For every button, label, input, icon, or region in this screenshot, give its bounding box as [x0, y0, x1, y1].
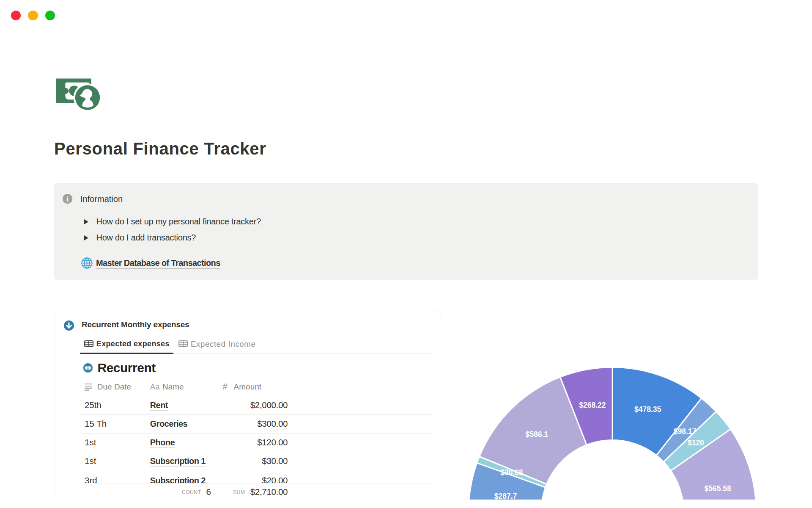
svg-text:$287.7: $287.7	[494, 492, 517, 500]
svg-text:$565.58: $565.58	[705, 484, 731, 493]
svg-text:$586.1: $586.1	[526, 430, 549, 439]
svg-text:$30.68: $30.68	[500, 468, 523, 477]
svg-text:$98.17: $98.17	[674, 427, 696, 436]
svg-text:i: i	[67, 195, 69, 203]
svg-text:$478.35: $478.35	[634, 405, 661, 414]
svg-text:$120: $120	[688, 439, 704, 447]
svg-text:$268.22: $268.22	[579, 401, 606, 409]
